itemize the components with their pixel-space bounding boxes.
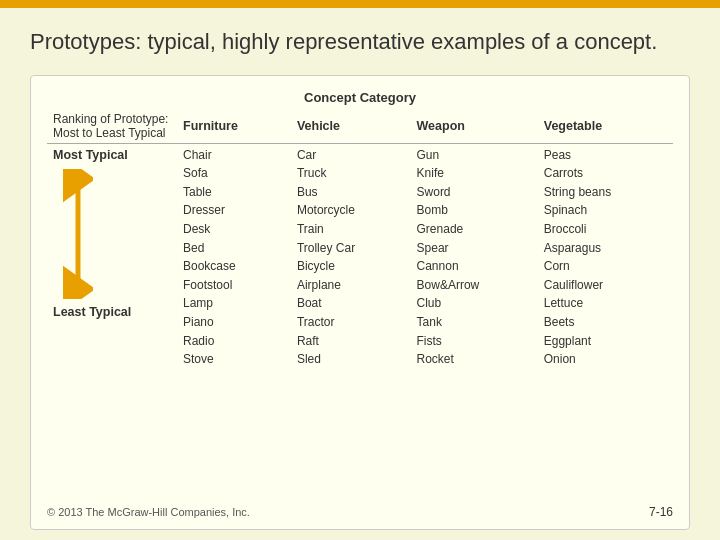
list-item: Radio — [183, 332, 285, 351]
list-item: Grenade — [417, 220, 532, 239]
list-item: Desk — [183, 220, 285, 239]
ranking-header: Ranking of Prototype: Most to Least Typi… — [47, 109, 177, 144]
list-item: Motorcycle — [297, 201, 405, 220]
arrow-container — [53, 165, 171, 299]
list-item: Broccoli — [544, 220, 667, 239]
prototype-table: Ranking of Prototype: Most to Least Typi… — [47, 109, 673, 371]
vegetable-data: PeasCarrotsString beansSpinachBroccoliAs… — [538, 143, 673, 371]
list-item: Beets — [544, 313, 667, 332]
col-furniture: Furniture — [177, 109, 291, 144]
slide-number: 7-16 — [649, 505, 673, 519]
vehicle-data: CarTruckBusMotorcycleTrainTrolley CarBic… — [291, 143, 411, 371]
list-item: Sword — [417, 183, 532, 202]
col-vegetable: Vegetable — [538, 109, 673, 144]
list-item: Dresser — [183, 201, 285, 220]
list-item: Boat — [297, 294, 405, 313]
table-wrapper: Ranking of Prototype: Most to Least Typi… — [47, 109, 673, 493]
page-title: Prototypes: typical, highly representati… — [30, 28, 690, 57]
list-item: Bus — [297, 183, 405, 202]
list-item: Lamp — [183, 294, 285, 313]
list-item: Asparagus — [544, 239, 667, 258]
least-typical-label: Least Typical — [53, 303, 171, 322]
list-item: Bicycle — [297, 257, 405, 276]
ranking-arrow — [63, 169, 93, 299]
list-item: Cannon — [417, 257, 532, 276]
ranking-column: Most Typical — [47, 143, 177, 371]
list-item: Eggplant — [544, 332, 667, 351]
list-item: Train — [297, 220, 405, 239]
most-typical-label: Most Typical — [53, 146, 171, 165]
list-item: Fists — [417, 332, 532, 351]
list-item: Chair — [183, 146, 285, 165]
list-item: Carrots — [544, 164, 667, 183]
page: Prototypes: typical, highly representati… — [0, 8, 720, 540]
list-item: Corn — [544, 257, 667, 276]
list-item: Bomb — [417, 201, 532, 220]
list-item: Footstool — [183, 276, 285, 295]
concept-category-label: Concept Category — [47, 90, 673, 105]
col-weapon: Weapon — [411, 109, 538, 144]
list-item: Onion — [544, 350, 667, 369]
list-item: String beans — [544, 183, 667, 202]
list-item: Piano — [183, 313, 285, 332]
list-item: Bookcase — [183, 257, 285, 276]
list-item: Spinach — [544, 201, 667, 220]
list-item: Spear — [417, 239, 532, 258]
list-item: Cauliflower — [544, 276, 667, 295]
list-item: Sled — [297, 350, 405, 369]
column-header-row: Ranking of Prototype: Most to Least Typi… — [47, 109, 673, 144]
weapon-data: GunKnifeSwordBombGrenadeSpearCannonBow&A… — [411, 143, 538, 371]
list-item: Bow&Arrow — [417, 276, 532, 295]
list-item: Table — [183, 183, 285, 202]
list-item: Knife — [417, 164, 532, 183]
list-item: Raft — [297, 332, 405, 351]
list-item: Truck — [297, 164, 405, 183]
list-item: Stove — [183, 350, 285, 369]
footer: © 2013 The McGraw-Hill Companies, Inc. 7… — [47, 501, 673, 519]
list-item: Sofa — [183, 164, 285, 183]
furniture-data: ChairSofaTableDresserDeskBedBookcaseFoot… — [177, 143, 291, 371]
list-item: Trolley Car — [297, 239, 405, 258]
list-item: Gun — [417, 146, 532, 165]
list-item: Tank — [417, 313, 532, 332]
col-vehicle: Vehicle — [291, 109, 411, 144]
list-item: Tractor — [297, 313, 405, 332]
list-item: Club — [417, 294, 532, 313]
content-box: Concept Category Ranking of Prototype: M… — [30, 75, 690, 530]
list-item: Car — [297, 146, 405, 165]
list-item: Bed — [183, 239, 285, 258]
copyright: © 2013 The McGraw-Hill Companies, Inc. — [47, 506, 250, 518]
data-row: Most Typical — [47, 143, 673, 371]
list-item: Lettuce — [544, 294, 667, 313]
list-item: Rocket — [417, 350, 532, 369]
list-item: Airplane — [297, 276, 405, 295]
top-bar — [0, 0, 720, 8]
list-item: Peas — [544, 146, 667, 165]
